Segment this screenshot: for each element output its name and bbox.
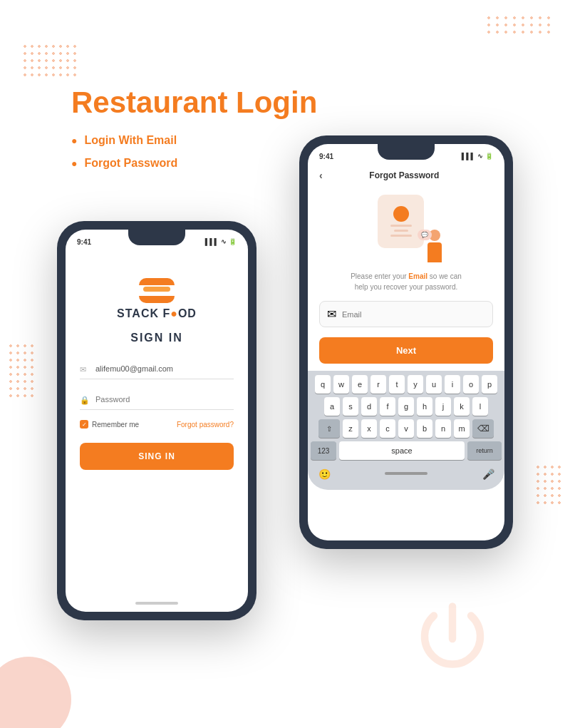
status-time-left: 9:41 (77, 238, 91, 246)
logo-bun-mid (143, 287, 170, 292)
phone-notch-right (378, 144, 435, 160)
password-input[interactable] (80, 389, 234, 410)
signin-button[interactable]: SING IN (80, 443, 234, 470)
forgot-illustration: 💬 (363, 191, 449, 262)
email-emphasis: Email (408, 272, 428, 280)
remember-me-section: ✓ Remember me (80, 420, 139, 429)
signin-screen: STACK F●OD SIGN IN ✉ 🔒 ✓ (66, 250, 248, 484)
key-x[interactable]: x (361, 419, 377, 438)
back-arrow-icon[interactable]: ‹ (319, 170, 323, 181)
decorative-dots-midleft (7, 342, 36, 399)
shift-key[interactable]: ⇧ (318, 419, 340, 438)
password-field-wrapper: 🔒 (80, 389, 234, 410)
key-f[interactable]: f (380, 397, 395, 416)
return-key[interactable]: return (467, 441, 502, 460)
logo-icon (139, 278, 175, 303)
forgot-password-screen: ‹ Forgot Password 💬 (308, 164, 504, 371)
home-indicator-left (135, 602, 178, 605)
key-k[interactable]: k (454, 397, 470, 416)
app-name: STACK F●OD (117, 307, 197, 320)
phone-screen-left: 9:41 ▌▌▌ ∿ 🔋 STACK F●OD (66, 230, 248, 612)
back-navigation: ‹ Forgot Password (319, 164, 493, 185)
space-key[interactable]: space (339, 441, 465, 460)
logo-bun-bottom (139, 296, 175, 303)
keyboard-row-2: a s d f g h j k l (311, 397, 502, 416)
remember-me-label: Remember me (92, 421, 139, 429)
keyboard-row-1: q w e r t y u i o p (311, 375, 502, 394)
microphone-key[interactable]: 🎤 (479, 465, 497, 483)
wifi-icon: ∿ (221, 238, 227, 245)
illus-card (378, 195, 424, 248)
emoji-key[interactable]: 🙂 (315, 465, 333, 483)
key-l[interactable]: l (472, 397, 488, 416)
key-o[interactable]: o (463, 375, 479, 394)
illus-line2 (394, 230, 408, 232)
key-t[interactable]: t (389, 375, 405, 394)
key-b[interactable]: b (417, 419, 432, 438)
key-h[interactable]: h (417, 397, 432, 416)
remember-checkbox[interactable]: ✓ (80, 420, 88, 429)
person-body (428, 242, 442, 262)
decorative-circle-bottomleft (0, 657, 71, 728)
key-y[interactable]: y (408, 375, 423, 394)
illus-line1 (390, 225, 412, 227)
status-time-right: 9:41 (319, 153, 333, 160)
home-indicator-right (385, 472, 428, 475)
remember-row: ✓ Remember me Forgot password? (80, 420, 234, 429)
key-z[interactable]: z (343, 419, 358, 438)
forgot-email-wrapper[interactable]: ✉ (319, 301, 493, 327)
key-w[interactable]: w (333, 375, 349, 394)
app-logo: STACK F●OD (117, 278, 197, 320)
forgot-description: Please enter your Email so we canhelp yo… (351, 271, 462, 292)
key-u[interactable]: u (426, 375, 442, 394)
key-e[interactable]: e (352, 375, 368, 394)
numbers-key[interactable]: 123 (311, 441, 336, 460)
key-m[interactable]: m (454, 419, 470, 438)
lock-icon: 🔒 (80, 395, 90, 404)
key-n[interactable]: n (435, 419, 451, 438)
phone-right: 9:41 ▌▌▌ ∿ 🔋 ‹ Forgot Password (299, 135, 513, 549)
email-icon-right: ✉ (327, 307, 336, 321)
forgot-password-link[interactable]: Forgot password? (177, 421, 234, 429)
screen-title-right: Forgot Password (328, 170, 480, 180)
key-q[interactable]: q (315, 375, 331, 394)
decorative-power-icon (406, 593, 499, 685)
key-r[interactable]: r (370, 375, 386, 394)
keyboard-bottom-row: 123 space return (311, 441, 502, 460)
app-name-o: ● (170, 307, 178, 319)
phone-notch-left (128, 230, 185, 245)
list-item-login-email[interactable]: Login With Email (71, 134, 317, 147)
list-item-forgot-password[interactable]: Forgot Password (71, 157, 317, 170)
wifi-icon-right: ∿ (477, 153, 483, 160)
decorative-dots-topright (484, 14, 556, 36)
key-d[interactable]: d (361, 397, 377, 416)
page-title: Restaurant Login (71, 86, 317, 120)
signal-icon-right: ▌▌▌ (462, 153, 475, 160)
logo-bun-top (139, 278, 175, 285)
signin-title: SIGN IN (130, 332, 183, 344)
status-icons-left: ▌▌▌ ∿ 🔋 (205, 238, 237, 245)
email-icon: ✉ (80, 364, 86, 374)
illus-avatar (393, 206, 409, 222)
key-g[interactable]: g (398, 397, 414, 416)
phone-screen-right: 9:41 ▌▌▌ ∿ 🔋 ‹ Forgot Password (308, 144, 504, 540)
key-v[interactable]: v (398, 419, 414, 438)
forgot-email-input[interactable] (342, 310, 485, 319)
key-i[interactable]: i (445, 375, 460, 394)
virtual-keyboard: q w e r t y u i o p a s d f g (308, 371, 504, 490)
key-j[interactable]: j (435, 397, 451, 416)
decorative-dots-topleft (21, 43, 78, 78)
email-input[interactable] (80, 359, 234, 379)
signal-icon: ▌▌▌ (205, 238, 219, 245)
next-button[interactable]: Next (319, 337, 493, 364)
key-c[interactable]: c (380, 419, 395, 438)
battery-icon-right: 🔋 (485, 153, 493, 160)
key-a[interactable]: a (324, 397, 340, 416)
key-p[interactable]: p (482, 375, 497, 394)
header-section: Restaurant Login Login With Email Forgot… (71, 86, 317, 180)
decorative-dots-midright (534, 463, 563, 506)
illus-line3 (390, 235, 412, 237)
delete-key[interactable]: ⌫ (472, 419, 494, 438)
key-s[interactable]: s (343, 397, 358, 416)
speech-bubble: 💬 (418, 230, 432, 240)
